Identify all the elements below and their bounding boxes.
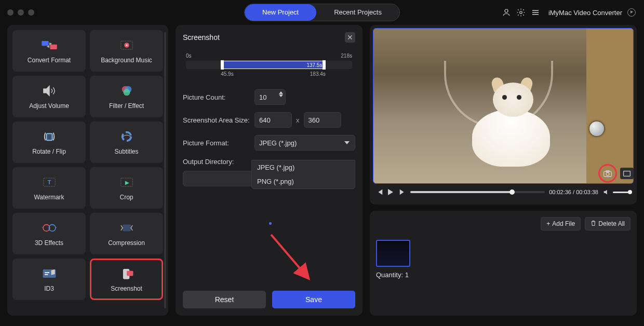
id3-icon	[41, 266, 58, 281]
settings-icon[interactable]	[516, 8, 526, 17]
right-column: 00:02:36 / 00:03:38 +Add File Delete All…	[370, 25, 637, 316]
svg-rect-3	[50, 45, 57, 49]
format-select[interactable]: JPEG (*.jpg)	[254, 135, 355, 151]
tab-new-project[interactable]: New Project	[245, 4, 316, 21]
annotation-camera-highlight	[598, 164, 617, 183]
svg-rect-27	[624, 171, 630, 176]
window-controls[interactable]	[7, 9, 34, 16]
play-button[interactable]	[387, 188, 395, 196]
close-panel-button[interactable]: ✕	[345, 32, 355, 43]
slider-in-handle[interactable]	[221, 60, 224, 70]
tool-label: Rotate / Flip	[32, 148, 66, 155]
format-option-png[interactable]: PNG (*.png)	[252, 174, 355, 188]
delete-all-button[interactable]: Delete All	[585, 217, 630, 230]
add-file-button[interactable]: +Add File	[541, 217, 581, 230]
tool-label: Compression	[108, 239, 145, 247]
traffic-close[interactable]	[7, 9, 14, 16]
svg-point-0	[505, 9, 508, 12]
tool-label: Adjust Volume	[29, 102, 69, 110]
trash-icon	[591, 220, 596, 228]
format-option-jpeg[interactable]: JPEG (*.jpg)	[252, 160, 355, 174]
slider-out-handle[interactable]	[323, 60, 326, 70]
svg-point-1	[520, 11, 522, 14]
screenshot-icon	[118, 266, 135, 281]
svg-line-23	[271, 235, 307, 277]
svg-rect-10	[46, 133, 52, 140]
plus-icon: +	[546, 220, 550, 227]
tool-rotate-flip[interactable]: Rotate / Flip	[12, 121, 86, 163]
preview-box: 00:02:36 / 00:03:38	[370, 25, 637, 205]
dimension-x: x	[296, 116, 300, 124]
tool-label: Crop	[119, 194, 133, 201]
save-button[interactable]: Save	[272, 291, 355, 308]
tool-screenshot[interactable]: Screenshot	[90, 259, 163, 300]
svg-rect-22	[127, 271, 133, 276]
reset-button[interactable]: Reset	[183, 291, 266, 308]
project-tabs: New Project Recent Projects	[244, 4, 400, 21]
tool-id3[interactable]: ID3	[12, 259, 86, 300]
picture-format-label: Picture Format:	[183, 139, 250, 147]
prev-button[interactable]	[376, 188, 383, 196]
tool-crop[interactable]: Crop	[90, 167, 163, 209]
tool-convert-format[interactable]: Convert Format	[12, 30, 86, 72]
decorative-dot	[269, 222, 272, 225]
tool-3d-effects[interactable]: 3D Effects	[12, 213, 86, 254]
tool-label: 3D Effects	[35, 239, 63, 247]
music-icon	[118, 38, 135, 52]
time-range-slider[interactable]: 0s218s 137.5s 45.9s183.4s	[186, 53, 352, 77]
scene-doorknob	[589, 121, 604, 136]
tool-label: Subtitles	[114, 148, 138, 155]
crop-icon	[118, 175, 135, 189]
menu-icon[interactable]	[531, 8, 540, 17]
filter-icon	[118, 84, 135, 98]
tool-compression[interactable]: Compression	[90, 213, 163, 254]
file-area: +Add File Delete All Quantity: 1	[370, 211, 637, 316]
slider-in-label: 45.9s	[221, 71, 233, 77]
file-thumbnail[interactable]	[376, 240, 410, 267]
traffic-min[interactable]	[18, 9, 24, 16]
svg-point-11	[122, 132, 131, 141]
seek-bar[interactable]	[410, 191, 545, 193]
height-input[interactable]: 360	[304, 112, 341, 128]
svg-point-25	[606, 172, 609, 175]
tool-subtitles[interactable]: Subtitles	[90, 121, 163, 163]
picture-count-input[interactable]: 10	[254, 89, 286, 105]
slider-start-tick: 0s	[186, 53, 192, 59]
next-button[interactable]	[399, 188, 406, 196]
tool-adjust-volume[interactable]: Adjust Volume	[12, 76, 86, 117]
convert-icon	[41, 38, 58, 52]
panel-title: Screenshot	[183, 33, 220, 42]
scene-door	[586, 29, 633, 183]
output-dir-label: Output Directory:	[183, 158, 250, 166]
quantity-label: Quantity: 1	[376, 271, 630, 279]
camera-icon[interactable]	[603, 170, 612, 178]
slider-out-label: 183.4s	[310, 71, 326, 77]
tool-background-music[interactable]: Background Music	[90, 30, 163, 72]
traffic-max[interactable]	[28, 9, 34, 16]
tool-watermark[interactable]: T Watermark	[12, 167, 86, 209]
header-right: iMyMac Video Converter	[502, 8, 636, 17]
volume-icon	[41, 84, 58, 98]
tool-label: Filter / Effect	[109, 102, 144, 110]
compression-icon	[118, 221, 135, 235]
svg-point-6	[126, 44, 127, 46]
fullscreen-button[interactable]	[620, 168, 634, 179]
svg-rect-19	[45, 272, 49, 273]
titlebar: New Project Recent Projects iMyMac Video…	[0, 0, 644, 25]
svg-rect-17	[123, 225, 131, 232]
time-display: 00:02:36 / 00:03:38	[549, 189, 598, 195]
scene-cat	[451, 79, 545, 157]
tab-recent-projects[interactable]: Recent Projects	[316, 4, 399, 21]
svg-text:T: T	[47, 179, 51, 185]
play-round-icon[interactable]	[627, 8, 636, 17]
svg-rect-20	[45, 274, 48, 275]
rotate-icon	[41, 129, 58, 144]
volume-icon	[602, 188, 610, 196]
tool-label: Background Music	[101, 57, 152, 64]
video-preview[interactable]	[373, 28, 634, 184]
svg-rect-2	[42, 41, 48, 46]
tool-filter-effect[interactable]: Filter / Effect	[90, 76, 163, 117]
width-input[interactable]: 640	[254, 112, 292, 128]
volume-control[interactable]	[602, 188, 630, 196]
account-icon[interactable]	[502, 8, 511, 17]
